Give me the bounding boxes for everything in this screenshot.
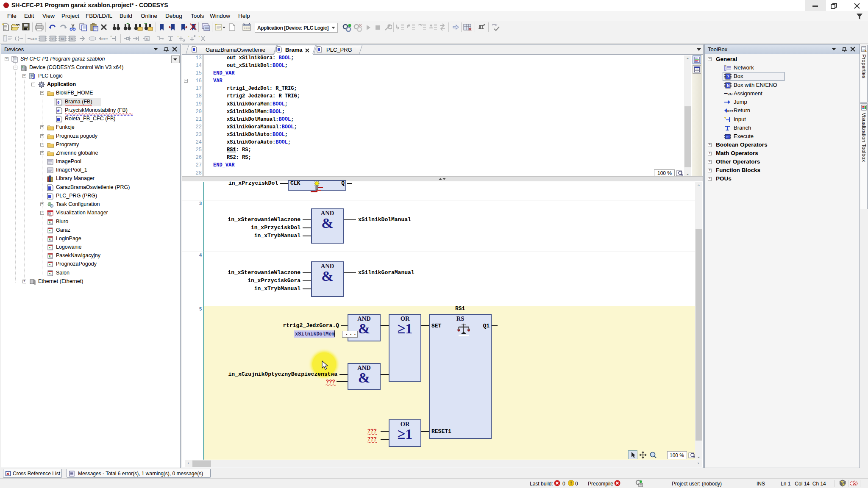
svg-text:RET: RET xyxy=(101,37,108,41)
svg-text:?: ? xyxy=(727,75,729,79)
svg-text:#: # xyxy=(57,109,60,114)
svg-text:VAR: VAR xyxy=(727,92,732,96)
svg-text:E: E xyxy=(726,135,729,139)
svg-text:S: S xyxy=(71,37,73,41)
svg-text:N: N xyxy=(61,37,64,41)
svg-text:RET: RET xyxy=(727,109,733,113)
svg-text:N: N xyxy=(727,83,730,88)
svg-text:0: 0 xyxy=(57,101,59,105)
svg-text:S: S xyxy=(146,37,149,41)
svg-text:VAR: VAR xyxy=(30,37,37,41)
svg-text:?: ? xyxy=(51,37,54,41)
